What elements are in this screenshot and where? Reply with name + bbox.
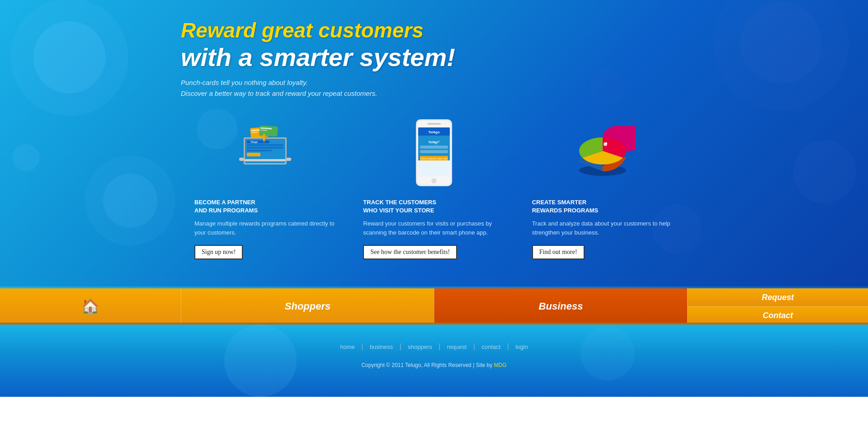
feature-partner-title: BECOME A PARTNER AND RUN PROGRAMS bbox=[194, 198, 336, 215]
footer-copyright: Copyright © 2011 Telugo, All Rights Rese… bbox=[0, 355, 868, 375]
svg-rect-7 bbox=[247, 153, 260, 156]
footer-sep-4: | bbox=[473, 343, 475, 350]
feature-rewards: CREATE SMARTER REWARDS PROGRAMS Track an… bbox=[519, 117, 687, 259]
nav-request-label: Request bbox=[762, 293, 794, 302]
svg-rect-5 bbox=[247, 147, 283, 149]
svg-text:Find rewards near me!: Find rewards near me! bbox=[420, 157, 448, 160]
home-icon: 🏠 bbox=[81, 298, 99, 315]
footer-link-request[interactable]: request bbox=[447, 343, 467, 350]
feature-track-title: TRACK THE CUSTOMERS WHO VISIT YOUR STORE bbox=[363, 198, 505, 215]
feature-rewards-button[interactable]: Find out more! bbox=[532, 245, 585, 259]
svg-point-22 bbox=[431, 178, 437, 183]
feature-rewards-icon bbox=[532, 117, 674, 189]
footer-link-home[interactable]: home bbox=[340, 343, 355, 350]
nav-business-label: Business bbox=[539, 301, 583, 312]
svg-rect-9 bbox=[245, 159, 286, 161]
feature-rewards-title: CREATE SMARTER REWARDS PROGRAMS bbox=[532, 198, 674, 215]
svg-rect-28 bbox=[420, 150, 448, 153]
copyright-text: Copyright © 2011 Telugo, All Rights Rese… bbox=[361, 362, 494, 368]
feature-rewards-desc: Track and analyze data about your custom… bbox=[532, 219, 674, 237]
feature-track-button[interactable]: See how the customer benefits! bbox=[363, 245, 457, 259]
nav-request[interactable]: Request bbox=[688, 288, 868, 307]
svg-rect-17 bbox=[263, 134, 265, 139]
svg-text:Telugo: Telugo bbox=[250, 141, 258, 143]
nav-home[interactable]: 🏠 bbox=[0, 288, 181, 324]
svg-text:Tel4go: Tel4go bbox=[428, 130, 439, 134]
feature-partner: Telugo bbox=[181, 117, 349, 259]
nav-contact-label: Contact bbox=[763, 311, 793, 320]
footer: home | business | shoppers | request | c… bbox=[0, 324, 868, 397]
features-grid: Telugo bbox=[181, 117, 687, 259]
nav-contact[interactable]: Contact bbox=[688, 307, 868, 325]
footer-sep-5: | bbox=[507, 343, 509, 350]
feature-partner-icon: Telugo bbox=[194, 117, 336, 189]
subtext-line1: Punch-cards tell you nothing about loyal… bbox=[181, 79, 308, 86]
nav-shoppers-label: Shoppers bbox=[285, 301, 330, 312]
footer-sep-3: | bbox=[439, 343, 440, 350]
svg-rect-4 bbox=[247, 144, 283, 146]
footer-sep-1: | bbox=[361, 343, 363, 350]
feature-track-desc: Reward your customers for visits or purc… bbox=[363, 219, 505, 237]
subtext-line2: Discover a better way to track and rewar… bbox=[181, 89, 377, 97]
svg-rect-31 bbox=[418, 160, 450, 176]
footer-link-shoppers[interactable]: shoppers bbox=[408, 343, 432, 350]
feature-partner-desc: Manage multiple rewards programs catered… bbox=[194, 219, 336, 237]
svg-rect-13 bbox=[259, 126, 278, 136]
footer-links: home | business | shoppers | request | c… bbox=[0, 334, 868, 355]
mdg-link[interactable]: MDG bbox=[494, 362, 507, 368]
headline-line2: with a smarter system! bbox=[181, 42, 687, 72]
hero-headline: Reward great customers with a smarter sy… bbox=[181, 18, 687, 72]
nav-right-panel: Request Contact bbox=[687, 288, 868, 324]
nav-shoppers[interactable]: Shoppers bbox=[181, 288, 434, 324]
feature-track: Tel4go Tel4go° Find rewards near me! bbox=[349, 117, 518, 259]
main-navbar: 🏠 Shoppers Business Request Contact bbox=[0, 288, 868, 324]
svg-text:Tel4go°: Tel4go° bbox=[429, 141, 440, 144]
svg-rect-6 bbox=[247, 150, 272, 151]
svg-rect-27 bbox=[420, 146, 448, 149]
footer-link-business[interactable]: business bbox=[370, 343, 393, 350]
headline-line1: Reward great customers bbox=[181, 18, 687, 42]
hero-section: Reward great customers with a smarter sy… bbox=[0, 0, 868, 287]
nav-business[interactable]: Business bbox=[434, 288, 687, 324]
feature-track-icon: Tel4go Tel4go° Find rewards near me! bbox=[363, 117, 505, 189]
svg-rect-21 bbox=[427, 123, 441, 125]
footer-link-contact[interactable]: contact bbox=[481, 343, 500, 350]
feature-partner-button[interactable]: Sign up now! bbox=[194, 245, 243, 259]
hero-subtext: Punch-cards tell you nothing about loyal… bbox=[181, 77, 687, 99]
footer-sep-2: | bbox=[400, 343, 401, 350]
svg-point-34 bbox=[605, 142, 607, 144]
footer-link-login[interactable]: login bbox=[515, 343, 528, 350]
